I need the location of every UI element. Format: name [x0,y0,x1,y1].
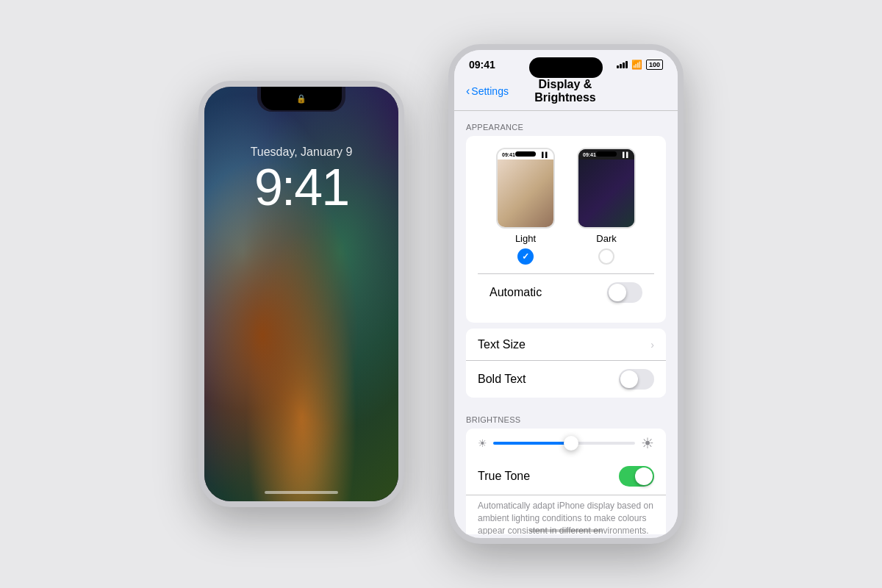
wifi-icon: 📶 [631,60,642,70]
back-button[interactable]: ‹ Settings [466,85,509,98]
right-phone: 09:41 📶 100 ‹ Settings Display & Brightn… [448,44,684,544]
power-button[interactable] [403,175,404,226]
true-tone-row[interactable]: True Tone [466,458,666,495]
status-time: 09:41 [469,59,495,71]
volume-down-button[interactable] [198,197,200,226]
automatic-label: Automatic [490,286,607,299]
page-title: Display & Brightness [509,78,622,104]
text-size-label: Text Size [478,338,650,351]
thumb-island-light [515,151,536,157]
light-thumbnail[interactable]: 09:41 ▌▌ [496,148,555,229]
brightness-low-icon: ☀ [478,437,487,449]
navigation-bar: ‹ Settings Display & Brightness [454,74,678,111]
dynamic-island-left: 🔒 [261,87,342,110]
true-tone-label: True Tone [478,470,619,483]
appearance-section-header: APPEARANCE [454,111,678,136]
signal-icon [617,61,628,68]
automatic-row[interactable]: Automatic [478,274,654,311]
brightness-slider-row[interactable]: ☀ ☀ [466,429,666,458]
bold-text-knob [620,370,638,388]
battery-icon: 100 [646,60,663,70]
slider-thumb[interactable] [564,436,578,451]
brightness-section-header: BRIGHTNESS [454,404,678,429]
true-tone-knob [635,467,653,485]
slider-fill [493,442,571,445]
light-radio[interactable] [517,248,534,265]
bold-text-row[interactable]: Bold Text [466,361,666,398]
power-button-right[interactable] [682,153,684,212]
brightness-slider[interactable] [493,442,635,445]
home-indicator-left[interactable] [265,491,338,494]
true-tone-toggle[interactable] [619,466,654,487]
bold-text-label: Bold Text [478,373,619,386]
appearance-group: 09:41 ▌▌ Light [466,136,666,323]
brightness-high-icon: ☀ [641,434,654,452]
left-phone: 🔒 Tuesday, January 9 9:41 [198,81,404,507]
automatic-toggle[interactable] [607,282,642,303]
light-label: Light [515,233,536,244]
lock-date: Tuesday, January 9 [251,146,353,159]
brightness-group: ☀ ☀ True Tone Automatically adapt iPhone… [466,429,666,534]
lock-time: 9:41 [254,162,348,213]
light-mode-option[interactable]: 09:41 ▌▌ Light [496,148,555,265]
dark-thumbnail[interactable]: 09:41 ▌▌ [577,148,636,229]
bold-text-toggle[interactable] [619,369,654,390]
toggle-knob [609,284,626,301]
thumb-island-dark [596,151,617,157]
volume-up-button[interactable] [198,160,200,190]
dark-label: Dark [596,233,616,244]
text-size-chevron-icon: › [650,339,654,351]
settings-content: APPEARANCE 09:41 ▌▌ [454,111,678,534]
thumb-wallpaper-light [498,159,553,229]
appearance-options: 09:41 ▌▌ Light [478,148,654,265]
status-icons: 📶 100 [617,60,663,70]
text-group: Text Size › Bold Text [466,329,666,398]
lock-icon: 🔒 [296,94,306,104]
back-chevron-icon: ‹ [466,85,470,98]
dark-radio[interactable] [598,248,614,265]
text-size-row[interactable]: Text Size › [466,329,666,361]
dark-mode-option[interactable]: 09:41 ▌▌ Dark [577,148,636,265]
home-indicator-right[interactable] [529,529,603,532]
back-label[interactable]: Settings [471,85,509,97]
thumb-wallpaper-dark [578,159,634,229]
dynamic-island-right [529,57,603,78]
